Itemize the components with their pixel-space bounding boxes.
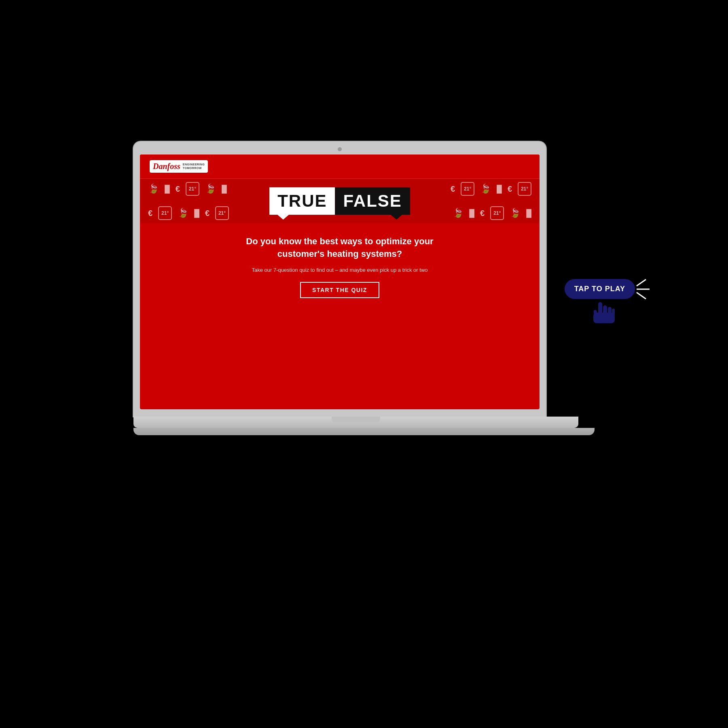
tap-to-play-label: TAP TO PLAY: [574, 285, 625, 293]
sparkle-decoration: [637, 285, 650, 293]
laptop-camera: [338, 147, 342, 151]
laptop-device: Danfoss ENGINEERING TOMORROW 🍃 █ €: [133, 142, 595, 435]
thermostat-icon-6: 21°: [490, 206, 504, 220]
roll-icon-6: █: [526, 209, 531, 218]
icons-bottom-right: 🍃 █ € 21° 🍃 █: [453, 206, 531, 220]
thermostat-icon-5: 21°: [215, 206, 229, 220]
start-quiz-button[interactable]: START THE QUIZ: [300, 282, 379, 298]
thermostat-icon-4: 21°: [158, 206, 172, 220]
euro-icon-2: €: [451, 184, 455, 194]
icons-banner: 🍃 █ € 21° 🍃 █ € 21° 🍃 █ € 21°: [140, 179, 540, 223]
euro-icon-4: €: [148, 209, 152, 218]
icons-top-left: 🍃 █ € 21° 🍃 █: [148, 182, 227, 196]
cursor-hand-icon: [587, 301, 615, 334]
main-question: Do you know the best ways to optimize yo…: [235, 235, 445, 260]
euro-icon-5: €: [205, 209, 210, 218]
logo-box: Danfoss ENGINEERING TOMORROW: [150, 160, 208, 173]
icons-top-right: € 21° 🍃 █ € 21°: [451, 182, 531, 196]
roll-icon-3: █: [497, 185, 502, 193]
svg-rect-5: [593, 313, 615, 323]
danfoss-logo: Danfoss: [153, 162, 180, 171]
thermostat-icon-2: 21°: [461, 182, 474, 196]
sub-text: Take our 7-question quiz to find out – a…: [252, 267, 427, 273]
thermostat-icon-3: 21°: [518, 182, 531, 196]
leaf-icon-6: 🍃: [510, 208, 521, 218]
screen-header: Danfoss ENGINEERING TOMORROW: [140, 154, 540, 179]
leaf-icon-1: 🍃: [148, 184, 159, 194]
euro-icon-6: €: [480, 209, 485, 218]
tap-to-play-bubble[interactable]: TAP TO PLAY: [565, 279, 635, 299]
screen-body: Do you know the best ways to optimize yo…: [140, 223, 540, 310]
tap-to-play-container: TAP TO PLAY: [565, 279, 635, 370]
true-false-banner: TRUE FALSE: [269, 187, 410, 215]
laptop-screen-outer: Danfoss ENGINEERING TOMORROW 🍃 █ €: [133, 142, 546, 417]
leaf-icon-4: 🍃: [178, 208, 188, 218]
roll-icon-4: █: [194, 209, 199, 218]
svg-rect-0: [598, 302, 602, 314]
leaf-icon-5: 🍃: [453, 208, 463, 218]
false-label: FALSE: [335, 187, 410, 215]
icons-bottom-left: € 21° 🍃 █ € 21°: [148, 206, 229, 220]
roll-icon-2: █: [222, 185, 227, 193]
euro-icon-1: €: [176, 184, 180, 194]
roll-icon-1: █: [165, 185, 170, 193]
laptop-screen: Danfoss ENGINEERING TOMORROW 🍃 █ €: [140, 154, 540, 409]
thermostat-icon-1: 21°: [186, 182, 199, 196]
engineering-tagline: ENGINEERING TOMORROW: [183, 163, 205, 170]
laptop-base: [133, 417, 578, 428]
leaf-icon-3: 🍃: [480, 184, 491, 194]
roll-icon-5: █: [469, 209, 474, 218]
laptop-base-bottom: [133, 428, 595, 435]
true-label: TRUE: [269, 187, 335, 215]
leaf-icon-2: 🍃: [205, 184, 216, 194]
euro-icon-3: €: [508, 184, 512, 194]
